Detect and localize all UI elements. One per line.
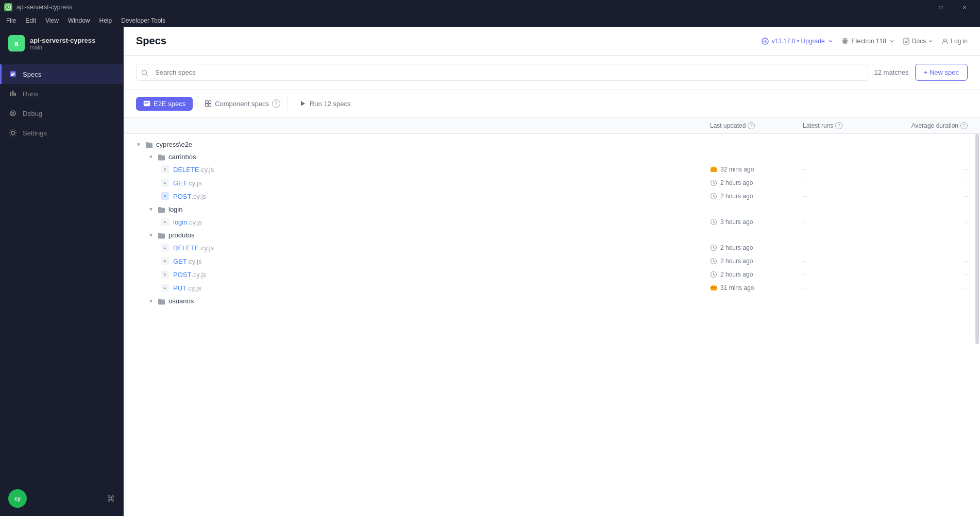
component-help-icon[interactable]: ?: [272, 99, 280, 108]
file-time-0-1: 2 hours ago: [710, 179, 803, 186]
latest-runs-help-icon[interactable]: ?: [835, 122, 842, 129]
sidebar-item-debug[interactable]: Debug: [0, 104, 123, 123]
time-icon: [710, 193, 717, 200]
root-folder-row[interactable]: ▼ cypress\e2e: [124, 138, 980, 150]
last-updated-help-icon[interactable]: ?: [748, 122, 755, 129]
folder-produtos-row[interactable]: ▼ produtos: [124, 229, 980, 241]
file-icon: ≡: [161, 284, 169, 292]
e2e-icon: [143, 100, 150, 107]
docs-icon: [903, 38, 910, 45]
sidebar-item-specs[interactable]: Specs: [0, 64, 123, 84]
carrinhos-chevron-icon: ▼: [148, 154, 155, 160]
search-input[interactable]: [136, 64, 868, 81]
list-item[interactable]: ≡ GET.cy.js 2 hours ago -- --: [124, 254, 980, 268]
electron-badge[interactable]: Electron 118: [841, 38, 894, 45]
file-name: GET.cy.js: [173, 179, 710, 187]
svg-rect-23: [206, 104, 208, 107]
list-item[interactable]: ≡ POST.cy.js 2 hours ago -- --: [124, 268, 980, 281]
svg-rect-27: [712, 167, 713, 168]
settings-icon: [8, 128, 18, 137]
produtos-folder-icon: [158, 231, 165, 239]
columns-header: Last updated ? Latest runs ? Average dur…: [124, 118, 980, 134]
file-name: POST.cy.js: [173, 193, 710, 200]
file-time-2-0: 2 hours ago: [710, 244, 803, 251]
menu-help[interactable]: Help: [95, 16, 116, 25]
svg-rect-29: [711, 169, 717, 169]
search-icon: [141, 68, 148, 76]
scrollbar-thumb[interactable]: [975, 134, 979, 344]
avg-duration-help-icon[interactable]: ?: [960, 122, 968, 129]
sidebar-bottom: cy ⌘: [0, 481, 123, 516]
time-icon: [710, 257, 717, 265]
col-avg-duration-header: Average duration ?: [885, 122, 968, 129]
list-item[interactable]: ≡ POST.cy.js 2 hours ago -- --: [124, 190, 980, 203]
run-all-button[interactable]: Run 12 specs: [292, 97, 358, 111]
file-time-1-0: 3 hours ago: [710, 218, 803, 226]
file-runs-2-0: --: [803, 244, 885, 251]
list-item[interactable]: ≡ GET.cy.js 2 hours ago -- --: [124, 176, 980, 190]
tab-component[interactable]: Component specs ?: [197, 96, 288, 111]
sidebar-header: a api-serverst-cypress main: [0, 27, 123, 60]
version-icon: [762, 38, 769, 45]
svg-rect-6: [12, 91, 14, 96]
sidebar-item-settings[interactable]: Settings: [0, 123, 123, 143]
file-duration-0-2: --: [885, 193, 968, 200]
folder-usuarios-row[interactable]: ▼ usuarios: [124, 295, 980, 307]
scrollbar-track[interactable]: [975, 134, 979, 516]
login-folder-name: login: [168, 205, 182, 213]
sidebar: a api-serverst-cypress main Specs: [0, 27, 124, 516]
svg-rect-26: [711, 167, 717, 172]
menubar: File Edit View Window Help Developer Too…: [0, 14, 980, 27]
folder-login-row[interactable]: ▼ login: [124, 203, 980, 215]
run-label: Run 12 specs: [310, 100, 351, 108]
docs-link[interactable]: Docs: [903, 38, 933, 45]
file-runs-0-2: --: [803, 193, 885, 200]
login-chevron-icon: ▼: [148, 207, 155, 212]
folder-carrinhos-row[interactable]: ▼ carrinhos: [124, 150, 980, 163]
file-runs-0-1: --: [803, 179, 885, 186]
menu-devtools[interactable]: Developer Tools: [117, 16, 170, 25]
window-title: api-serverst-cypress: [16, 4, 72, 11]
electron-text: Electron 118: [852, 38, 886, 45]
list-item[interactable]: ≡ login.cy.js 3 hours ago -- --: [124, 215, 980, 229]
tab-e2e-label: E2E specs: [154, 100, 185, 108]
file-icon: ≡: [161, 218, 169, 226]
keyboard-shortcut: ⌘: [107, 494, 115, 504]
project-name: api-serverst-cypress: [30, 37, 95, 44]
svg-rect-3: [11, 74, 15, 75]
new-spec-button[interactable]: + New spec: [915, 64, 968, 81]
carrinhos-folder-icon: [158, 152, 165, 161]
list-item[interactable]: ≡ DELETE.cy.js 32 mins ago -- --: [124, 163, 980, 176]
menu-edit[interactable]: Edit: [21, 16, 40, 25]
version-chevron-icon: [828, 39, 833, 44]
tab-e2e[interactable]: E2E specs: [136, 97, 193, 111]
svg-rect-7: [14, 93, 16, 96]
col-latest-runs-header: Latest runs ?: [803, 122, 885, 129]
file-duration-1-0: --: [885, 218, 968, 226]
svg-rect-39: [711, 287, 717, 288]
close-button[interactable]: ✕: [953, 0, 976, 14]
sidebar-item-runs[interactable]: Runs: [0, 84, 123, 104]
login-button[interactable]: Log in: [941, 38, 968, 45]
svg-point-9: [11, 131, 14, 134]
version-badge[interactable]: v13.17.0 • Upgrade: [762, 38, 833, 45]
runs-icon: [8, 89, 18, 98]
menu-file[interactable]: File: [2, 16, 20, 25]
minimize-button[interactable]: –: [906, 0, 930, 14]
menu-window[interactable]: Window: [64, 16, 94, 25]
maximize-button[interactable]: □: [930, 0, 953, 14]
svg-rect-28: [714, 167, 715, 168]
svg-rect-37: [712, 285, 713, 287]
list-item[interactable]: ≡ DELETE.cy.js 2 hours ago -- --: [124, 241, 980, 254]
file-name: PUT.cy.js: [173, 284, 710, 292]
electron-icon: [841, 38, 849, 45]
list-item[interactable]: ≡ PUT.cy.js 31 mins ago -- --: [124, 281, 980, 295]
time-icon: [710, 284, 717, 291]
menu-view[interactable]: View: [41, 16, 63, 25]
carrinhos-folder-name: carrinhos: [168, 153, 196, 161]
time-icon: [710, 179, 717, 186]
file-icon: ≡: [161, 257, 169, 265]
file-name: DELETE.cy.js: [173, 244, 710, 252]
file-time-2-1: 2 hours ago: [710, 257, 803, 265]
file-duration-2-1: --: [885, 257, 968, 265]
